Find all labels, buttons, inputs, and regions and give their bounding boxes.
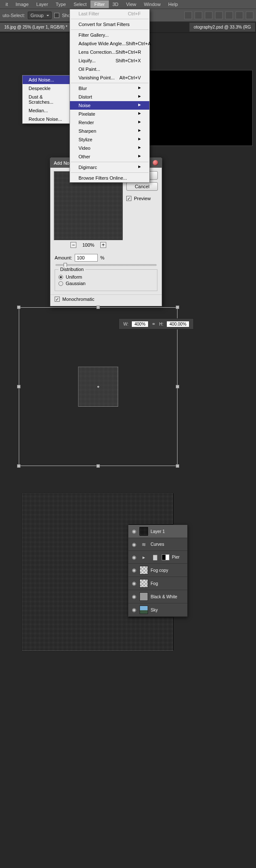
menu-vanishing-point[interactable]: Vanishing Point...Alt+Ctrl+V bbox=[70, 73, 149, 82]
menu-filter[interactable]: Filter bbox=[90, 0, 108, 8]
preview-checkbox[interactable] bbox=[126, 196, 131, 201]
layer-name: Fog copy bbox=[151, 568, 168, 573]
menu-adaptive-wide[interactable]: Adaptive Wide Angle...Shift+Ctrl+A bbox=[70, 39, 149, 48]
width-value[interactable]: 400% bbox=[132, 321, 148, 327]
layer-row[interactable]: ◉ ≋ Curves bbox=[128, 538, 187, 551]
monochromatic-label: Monochromatic bbox=[62, 297, 94, 302]
cancel-button[interactable]: Cancel bbox=[126, 182, 158, 191]
menu-video[interactable]: Video▶ bbox=[70, 144, 149, 152]
layer-row[interactable]: ◉ Sky bbox=[128, 603, 187, 617]
zoom-in-icon[interactable]: + bbox=[100, 242, 106, 248]
menu-last-filter[interactable]: Last FilterCtrl+F bbox=[70, 9, 149, 18]
link-wh-icon[interactable]: ⚭ bbox=[151, 321, 156, 327]
doc-tab-3[interactable]: otography2.psd @ 33.3% (RG bbox=[189, 23, 255, 32]
visibility-icon[interactable]: ◉ bbox=[131, 554, 137, 560]
visibility-icon[interactable]: ◉ bbox=[131, 580, 137, 586]
dialog-close-icon[interactable] bbox=[153, 160, 158, 166]
handle-bottom-mid[interactable] bbox=[96, 464, 100, 468]
menu-other[interactable]: Other▶ bbox=[70, 152, 149, 161]
visibility-icon[interactable]: ◉ bbox=[131, 542, 137, 548]
visibility-icon[interactable]: ◉ bbox=[131, 607, 137, 613]
transform-bounding-box[interactable]: ✦ bbox=[19, 307, 177, 466]
layers-panel: ◉ Layer 1 ◉ ≋ Curves ◉ ▸ ▇ Pier ◉ Fog co… bbox=[128, 524, 188, 617]
height-value[interactable]: 400.00% bbox=[167, 321, 189, 327]
show-transform-checkbox[interactable] bbox=[54, 13, 59, 18]
menu-view[interactable]: View bbox=[122, 0, 140, 8]
flyout-dust-scratches[interactable]: Dust & Scratches... bbox=[23, 93, 70, 106]
doc-tab-1[interactable]: 16.jpg @ 25% (Layer 1, RGB/8) * bbox=[0, 23, 77, 32]
align-icon[interactable] bbox=[215, 12, 223, 19]
monochromatic-checkbox[interactable] bbox=[55, 297, 60, 302]
auto-select-dropdown[interactable]: Group bbox=[28, 12, 52, 19]
menu-image[interactable]: Image bbox=[12, 0, 33, 8]
distribution-group: Distribution Uniform Gaussian bbox=[55, 269, 157, 291]
menubar: it Image Layer Type Select Filter 3D Vie… bbox=[0, 0, 256, 9]
menu-help[interactable]: Help bbox=[164, 0, 182, 8]
chevron-right-icon[interactable]: ▸ bbox=[140, 554, 148, 560]
menu-blur[interactable]: Blur▶ bbox=[70, 84, 149, 93]
canvas-area bbox=[143, 70, 253, 146]
menu-type[interactable]: Type bbox=[52, 0, 70, 8]
menu-sharpen[interactable]: Sharpen▶ bbox=[70, 127, 149, 135]
layer-row[interactable]: ◉ ▸ ▇ Pier bbox=[128, 551, 187, 564]
align-icon[interactable] bbox=[225, 12, 233, 19]
menu-edit[interactable]: it bbox=[2, 0, 12, 8]
center-point-icon[interactable]: ✦ bbox=[96, 384, 100, 389]
menu-lens-correction[interactable]: Lens Correction...Shift+Ctrl+R bbox=[70, 48, 149, 56]
zoom-out-icon[interactable]: − bbox=[70, 242, 76, 248]
curves-adjustment-icon: ≋ bbox=[140, 542, 148, 548]
menu-3d[interactable]: 3D bbox=[109, 0, 122, 8]
menu-liquify[interactable]: Liquify...Shift+Ctrl+X bbox=[70, 56, 149, 65]
menu-digimarc[interactable]: Digimarc▶ bbox=[70, 163, 149, 172]
layer-row[interactable]: ◉ Layer 1 bbox=[128, 525, 187, 538]
visibility-icon[interactable]: ◉ bbox=[131, 567, 137, 573]
handle-right-mid[interactable] bbox=[176, 385, 179, 388]
noise-flyout: Add Noise... Despeckle Dust & Scratches.… bbox=[22, 75, 70, 124]
layer-thumbnail[interactable] bbox=[140, 579, 148, 588]
menu-browse-online[interactable]: Browse Filters Online... bbox=[70, 174, 149, 182]
gaussian-radio[interactable] bbox=[58, 281, 63, 286]
amount-slider[interactable] bbox=[55, 264, 157, 266]
menu-window[interactable]: Window bbox=[140, 0, 164, 8]
menu-convert-smart[interactable]: Convert for Smart Filters bbox=[70, 20, 149, 29]
visibility-icon[interactable]: ◉ bbox=[131, 594, 137, 600]
flyout-add-noise[interactable]: Add Noise... bbox=[23, 76, 70, 84]
width-label: W: bbox=[123, 322, 128, 326]
handle-top-mid[interactable] bbox=[96, 306, 100, 309]
visibility-icon[interactable]: ◉ bbox=[131, 528, 137, 534]
menu-distort[interactable]: Distort▶ bbox=[70, 93, 149, 101]
layer-row[interactable]: ◉ Black & White bbox=[128, 590, 187, 603]
flyout-median[interactable]: Median... bbox=[23, 106, 70, 115]
menu-stylize[interactable]: Stylize▶ bbox=[70, 135, 149, 144]
layer-row[interactable]: ◉ Fog copy bbox=[128, 564, 187, 577]
handle-bottom-right[interactable] bbox=[176, 464, 179, 468]
menu-oil-paint[interactable]: Oil Paint... bbox=[70, 65, 149, 73]
align-icon[interactable] bbox=[184, 12, 192, 19]
amount-input[interactable] bbox=[75, 254, 98, 262]
align-icon[interactable] bbox=[205, 12, 212, 19]
layer-thumbnail[interactable] bbox=[140, 592, 148, 601]
layer-thumbnail[interactable] bbox=[140, 606, 148, 614]
menu-render[interactable]: Render▶ bbox=[70, 118, 149, 127]
handle-left-mid[interactable] bbox=[17, 385, 20, 388]
menu-filter-gallery[interactable]: Filter Gallery... bbox=[70, 31, 149, 39]
layer-thumbnail[interactable] bbox=[140, 527, 148, 536]
handle-top-right[interactable] bbox=[176, 306, 179, 309]
uniform-radio[interactable] bbox=[58, 275, 63, 280]
flyout-reduce-noise[interactable]: Reduce Noise... bbox=[23, 115, 70, 123]
transform-object[interactable]: ✦ bbox=[78, 367, 118, 407]
amount-label: Amount: bbox=[55, 255, 72, 260]
layer-mask-thumbnail[interactable] bbox=[162, 554, 169, 560]
layer-thumbnail[interactable] bbox=[140, 566, 148, 574]
menu-pixelate[interactable]: Pixelate▶ bbox=[70, 110, 149, 118]
align-icon[interactable] bbox=[246, 12, 253, 19]
menu-select[interactable]: Select bbox=[70, 0, 90, 8]
align-icon[interactable] bbox=[236, 12, 243, 19]
layer-row[interactable]: ◉ Fog bbox=[128, 577, 187, 590]
handle-bottom-left[interactable] bbox=[17, 464, 20, 468]
align-icon[interactable] bbox=[195, 12, 202, 19]
handle-top-left[interactable] bbox=[17, 306, 20, 309]
menu-layer[interactable]: Layer bbox=[32, 0, 52, 8]
flyout-despeckle[interactable]: Despeckle bbox=[23, 84, 70, 93]
menu-noise[interactable]: Noise▶ bbox=[70, 101, 149, 110]
